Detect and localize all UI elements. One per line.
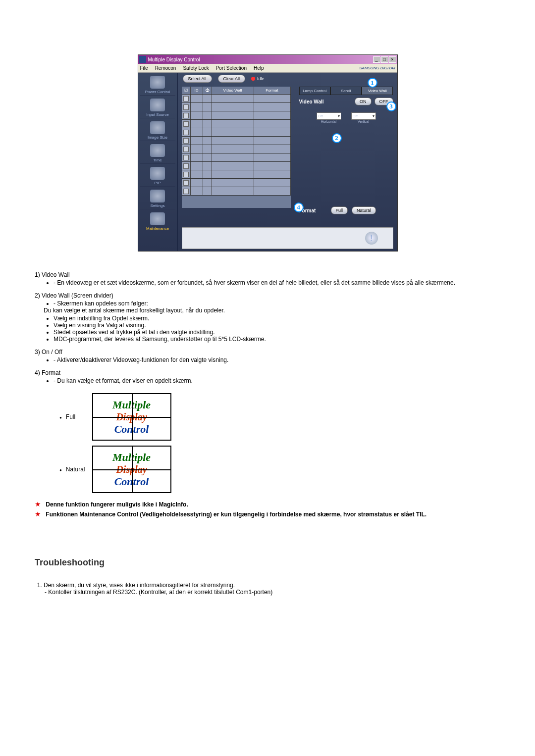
format-natural-button[interactable]: Natural bbox=[352, 206, 376, 214]
row-checkbox[interactable] bbox=[182, 162, 191, 170]
row-checkbox[interactable] bbox=[182, 128, 191, 136]
item-2-bullet: MDC-programmet, der leveres af Samsung, … bbox=[54, 336, 500, 343]
table-row[interactable] bbox=[182, 137, 291, 145]
image-size-icon bbox=[150, 121, 165, 134]
row-format bbox=[254, 153, 291, 161]
row-format bbox=[254, 95, 291, 102]
sidebar-item-power-control[interactable]: Power Control bbox=[140, 74, 175, 96]
row-id bbox=[191, 120, 203, 128]
row-format bbox=[254, 120, 291, 128]
horizontal-select[interactable]: Off bbox=[317, 112, 341, 120]
menu-safety-lock[interactable]: Safety Lock bbox=[183, 65, 209, 71]
table-row[interactable] bbox=[182, 153, 291, 162]
grid-header-id: ID bbox=[191, 87, 203, 94]
list-item-4: 4) Format Du kan vælge et format, der vi… bbox=[35, 369, 500, 384]
row-power bbox=[203, 95, 212, 102]
row-format bbox=[254, 179, 291, 187]
marker-3: 3 bbox=[386, 101, 396, 111]
toolbar: Select All Clear All Idle bbox=[183, 75, 265, 83]
select-all-button[interactable]: Select All bbox=[183, 75, 212, 83]
format-row: Format Full Natural bbox=[299, 206, 393, 214]
marker-1: 1 bbox=[368, 78, 377, 88]
row-format bbox=[254, 162, 291, 170]
minimize-button[interactable]: _ bbox=[373, 56, 380, 63]
row-video-wall bbox=[212, 179, 254, 187]
row-format bbox=[254, 111, 291, 119]
tab-lamp-control[interactable]: Lamp Control bbox=[299, 87, 330, 95]
row-id bbox=[191, 145, 203, 153]
star-icon: ★ bbox=[35, 500, 41, 508]
app-title: Multiple Display Control bbox=[148, 57, 200, 62]
row-checkbox[interactable] bbox=[182, 145, 191, 153]
menu-port-selection[interactable]: Port Selection bbox=[216, 65, 247, 71]
sidebar-item-settings[interactable]: Settings bbox=[140, 188, 175, 209]
clear-all-button[interactable]: Clear All bbox=[218, 75, 246, 83]
item-2-desc: Skærmen kan opdeles som følger: bbox=[54, 300, 500, 307]
star-note-2: ★ Funktionen Maintenance Control (Vedlig… bbox=[35, 510, 500, 518]
sidebar-item-time[interactable]: Time bbox=[140, 142, 175, 164]
row-checkbox[interactable] bbox=[182, 103, 191, 111]
table-row[interactable] bbox=[182, 170, 291, 179]
row-checkbox[interactable] bbox=[182, 153, 191, 161]
item-4-desc: Du kan vælge et format, der viser en opd… bbox=[54, 377, 500, 384]
row-id bbox=[191, 179, 203, 187]
close-button[interactable]: × bbox=[389, 56, 396, 63]
display-grid: ☑ ID ⏻ Video Wall Format bbox=[182, 87, 291, 208]
row-video-wall bbox=[212, 145, 254, 153]
format-full-button[interactable]: Full bbox=[331, 206, 348, 214]
row-checkbox[interactable] bbox=[182, 179, 191, 187]
table-row[interactable] bbox=[182, 145, 291, 153]
table-row[interactable] bbox=[182, 162, 291, 170]
row-video-wall bbox=[212, 153, 254, 161]
grid-header-video-wall: Video Wall bbox=[212, 87, 254, 94]
list-item-1: 1) Video Wall En videovæg er et sæt vide… bbox=[35, 271, 500, 286]
input-source-icon bbox=[150, 99, 165, 111]
menu-remocon[interactable]: Remocon bbox=[155, 65, 176, 71]
app-body: Power Control Input Source Image Size Ti… bbox=[138, 73, 397, 251]
grid-header-power: ⏻ bbox=[203, 87, 212, 94]
row-id bbox=[191, 170, 203, 178]
vertical-select[interactable]: Off bbox=[351, 112, 376, 120]
row-checkbox[interactable] bbox=[182, 137, 191, 145]
table-row[interactable] bbox=[182, 187, 291, 196]
table-row[interactable] bbox=[182, 120, 291, 128]
maximize-button[interactable]: □ bbox=[381, 56, 388, 63]
row-power bbox=[203, 162, 212, 170]
ts-item-1-dash: Kontoller tilslutningen af RS232C. (Kont… bbox=[48, 589, 272, 596]
sidebar-item-maintenance[interactable]: Maintenance bbox=[140, 210, 175, 232]
row-checkbox[interactable] bbox=[182, 111, 191, 119]
table-row[interactable] bbox=[182, 179, 291, 187]
time-icon bbox=[150, 144, 165, 157]
item-1-desc: En videovæg er et sæt videoskærme, som e… bbox=[54, 279, 500, 286]
grid-header-checkbox[interactable]: ☑ bbox=[182, 87, 191, 94]
row-id bbox=[191, 153, 203, 161]
row-id bbox=[191, 162, 203, 170]
item-2-bullet: Stedet opsættes ved at trykke på et tal … bbox=[54, 329, 500, 336]
row-checkbox[interactable] bbox=[182, 170, 191, 178]
table-row[interactable] bbox=[182, 128, 291, 137]
menu-help[interactable]: Help bbox=[254, 65, 264, 71]
row-checkbox[interactable] bbox=[182, 95, 191, 102]
row-power bbox=[203, 179, 212, 187]
list-item-3: 3) On / Off Aktiverer/deaktiverer Videov… bbox=[35, 349, 500, 363]
tab-video-wall[interactable]: Video Wall bbox=[362, 87, 393, 95]
tab-scroll[interactable]: Scroll bbox=[330, 87, 362, 95]
row-checkbox[interactable] bbox=[182, 187, 191, 195]
table-row[interactable] bbox=[182, 95, 291, 103]
sidebar-item-pip[interactable]: PIP bbox=[140, 165, 175, 187]
star-icon: ★ bbox=[35, 510, 41, 518]
format-full-label: Full bbox=[56, 391, 88, 443]
marker-2: 2 bbox=[332, 133, 342, 143]
sidebar-item-image-size[interactable]: Image Size bbox=[140, 119, 175, 141]
row-checkbox[interactable] bbox=[182, 120, 191, 128]
sidebar-item-input-source[interactable]: Input Source bbox=[140, 97, 175, 118]
menu-file[interactable]: File bbox=[140, 65, 148, 71]
marker-4: 4 bbox=[294, 202, 304, 212]
row-video-wall bbox=[212, 103, 254, 111]
settings-icon bbox=[150, 190, 165, 202]
item-2-bullet: Vælg en visning fra Valg af visning. bbox=[54, 322, 500, 329]
table-row[interactable] bbox=[182, 103, 291, 111]
horizontal-label: Horizontal bbox=[317, 120, 341, 123]
table-row[interactable] bbox=[182, 111, 291, 120]
video-wall-on-button[interactable]: ON bbox=[355, 98, 372, 105]
